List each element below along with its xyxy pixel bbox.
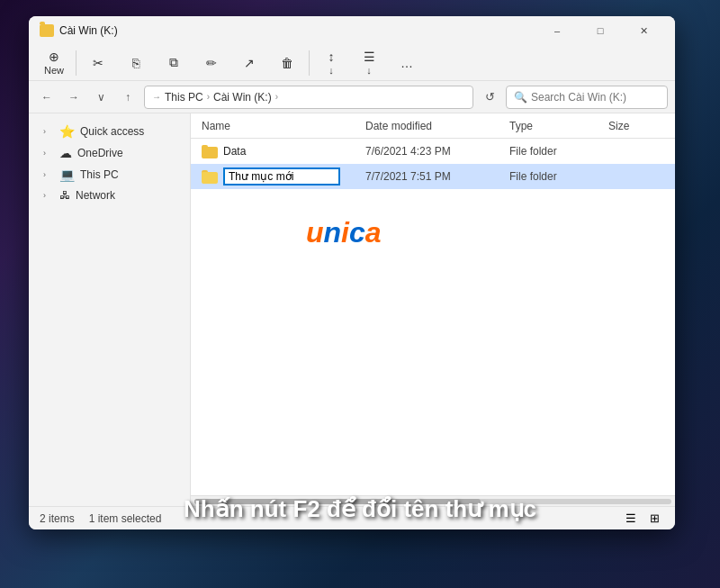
- maximize-button[interactable]: □: [580, 16, 621, 45]
- selected-count: 1 item selected: [89, 512, 162, 525]
- col-name-header[interactable]: Name: [198, 120, 362, 132]
- sidebar: › ⭐ Quick access › ☁ OneDrive › 💻 This P…: [29, 113, 191, 506]
- file-list: Data 7/6/2021 4:23 PM File folder: [191, 139, 675, 495]
- chevron-down-icon: ∨: [97, 91, 105, 104]
- sidebar-item-onedrive[interactable]: › ☁ OneDrive: [29, 142, 190, 164]
- refresh-button[interactable]: ↺: [479, 86, 500, 108]
- main-content: › ⭐ Quick access › ☁ OneDrive › 💻 This P…: [29, 113, 675, 506]
- paste-button[interactable]: ⧉: [156, 51, 192, 74]
- chevron-right-icon: ›: [43, 127, 54, 136]
- list-view-button[interactable]: ☰: [621, 509, 641, 529]
- minimize-button[interactable]: –: [536, 16, 578, 45]
- rename-input[interactable]: [223, 167, 340, 185]
- forward-icon: →: [68, 91, 79, 104]
- title-bar-left: Cài Win (K:): [40, 24, 536, 37]
- path-this-pc[interactable]: This PC: [165, 91, 203, 104]
- refresh-icon: ↺: [485, 90, 495, 104]
- delete-icon: 🗑: [281, 56, 293, 70]
- file-area: Name Date modified Type Size Data 7/: [191, 113, 675, 506]
- sidebar-label-quick-access: Quick access: [80, 125, 144, 138]
- sidebar-item-this-pc[interactable]: › 💻 This PC: [29, 164, 190, 185]
- file-row-new-folder[interactable]: 7/7/2021 7:51 PM File folder: [191, 164, 675, 189]
- sort-button[interactable]: ↕ ↓: [313, 46, 349, 79]
- toolbar-separator-2: [309, 50, 310, 76]
- file-row-data[interactable]: Data 7/6/2021 4:23 PM File folder: [191, 139, 675, 164]
- view-label: ↓: [366, 65, 372, 76]
- copy-button[interactable]: ⎘: [118, 52, 154, 74]
- up-button[interactable]: ↑: [117, 86, 139, 108]
- rename-button[interactable]: ✏: [194, 52, 230, 74]
- toolbar: ⊕ New ✂ ⎘ ⧉ ✏ ↗ 🗑 ↕ ↓ ☰ ↓ …: [29, 45, 675, 81]
- file-date-new: 7/7/2021 7:51 PM: [362, 170, 506, 183]
- rename-icon: ✏: [206, 56, 217, 70]
- path-chevron-start: →: [152, 92, 161, 102]
- delete-button[interactable]: 🗑: [269, 52, 305, 74]
- onedrive-icon: ☁: [59, 146, 72, 160]
- col-type-header[interactable]: Type: [506, 120, 605, 132]
- status-bar-right: ☰ ⊞: [621, 509, 664, 529]
- sidebar-label-network: Network: [76, 189, 115, 202]
- explorer-window: Cài Win (K:) – □ ✕ ⊕ New ✂ ⎘ ⧉ ✏ ↗ 🗑: [29, 16, 675, 529]
- forward-button[interactable]: →: [63, 86, 85, 108]
- sidebar-label-onedrive: OneDrive: [77, 147, 123, 159]
- close-button[interactable]: ✕: [623, 16, 664, 45]
- path-sep-1: ›: [207, 92, 210, 102]
- path-cai-win[interactable]: Cài Win (K:): [213, 91, 272, 104]
- title-controls: – □ ✕: [536, 16, 664, 45]
- more-button[interactable]: …: [389, 52, 425, 74]
- file-name-cell-new-folder: [198, 167, 362, 185]
- col-date-header[interactable]: Date modified: [362, 120, 506, 132]
- back-button[interactable]: ←: [36, 86, 58, 108]
- chevron-right-icon-2: ›: [43, 149, 54, 158]
- path-sep-2: ›: [275, 92, 278, 102]
- paste-icon: ⧉: [169, 55, 178, 70]
- annotation-text: Nhấn nút F2 để đổi tên thư mục: [184, 495, 536, 522]
- rename-input-wrap: [223, 167, 340, 185]
- quick-access-icon: ⭐: [59, 124, 75, 139]
- window-folder-icon: [40, 24, 54, 37]
- up-icon: ↑: [125, 91, 130, 104]
- sort-icon: ↕: [328, 50, 335, 64]
- window-title: Cài Win (K:): [59, 24, 118, 37]
- file-header: Name Date modified Type Size: [191, 113, 675, 139]
- new-button[interactable]: ⊕ New: [36, 46, 72, 79]
- new-icon: ⊕: [49, 50, 59, 64]
- file-date-data: 7/6/2021 4:23 PM: [362, 145, 506, 158]
- sort-label: ↓: [328, 65, 334, 76]
- col-size-header[interactable]: Size: [605, 120, 668, 132]
- more-icon: …: [400, 56, 413, 70]
- annotation: Nhấn nút F2 để đổi tên thư mục: [184, 495, 536, 523]
- search-icon: 🔍: [514, 91, 527, 104]
- copy-icon: ⎘: [132, 56, 140, 70]
- chevron-right-icon-4: ›: [43, 191, 54, 200]
- folder-icon-new: [202, 170, 218, 184]
- chevron-right-icon-3: ›: [43, 170, 54, 179]
- file-type-new: File folder: [506, 170, 605, 183]
- this-pc-icon: 💻: [59, 167, 75, 182]
- network-icon: 🖧: [59, 189, 70, 202]
- view-icon: ☰: [364, 50, 375, 64]
- sidebar-item-quick-access[interactable]: › ⭐ Quick access: [29, 121, 190, 142]
- sidebar-item-network[interactable]: › 🖧 Network: [29, 185, 190, 205]
- address-bar: ← → ∨ ↑ → This PC › Cài Win (K:) › ↺ 🔍: [29, 81, 675, 113]
- view-button[interactable]: ☰ ↓: [351, 46, 387, 79]
- address-path[interactable]: → This PC › Cài Win (K:) ›: [144, 86, 473, 109]
- cut-button[interactable]: ✂: [80, 52, 116, 74]
- share-button[interactable]: ↗: [231, 52, 267, 74]
- recent-locations-button[interactable]: ∨: [90, 86, 112, 108]
- search-box[interactable]: 🔍: [506, 86, 668, 109]
- file-name-cell-data: Data: [198, 145, 362, 158]
- item-count: 2 items: [40, 512, 75, 525]
- file-name-data: Data: [223, 145, 246, 158]
- detail-view-button[interactable]: ⊞: [644, 509, 664, 529]
- back-icon: ←: [41, 91, 52, 104]
- title-bar: Cài Win (K:) – □ ✕: [29, 16, 675, 45]
- toolbar-separator-1: [76, 50, 76, 76]
- share-icon: ↗: [244, 56, 255, 70]
- folder-icon-data: [202, 145, 218, 158]
- list-view-icon: ☰: [626, 511, 636, 525]
- cut-icon: ✂: [93, 56, 104, 70]
- new-label: New: [44, 65, 64, 76]
- file-type-data: File folder: [506, 145, 605, 158]
- search-input[interactable]: [531, 91, 666, 104]
